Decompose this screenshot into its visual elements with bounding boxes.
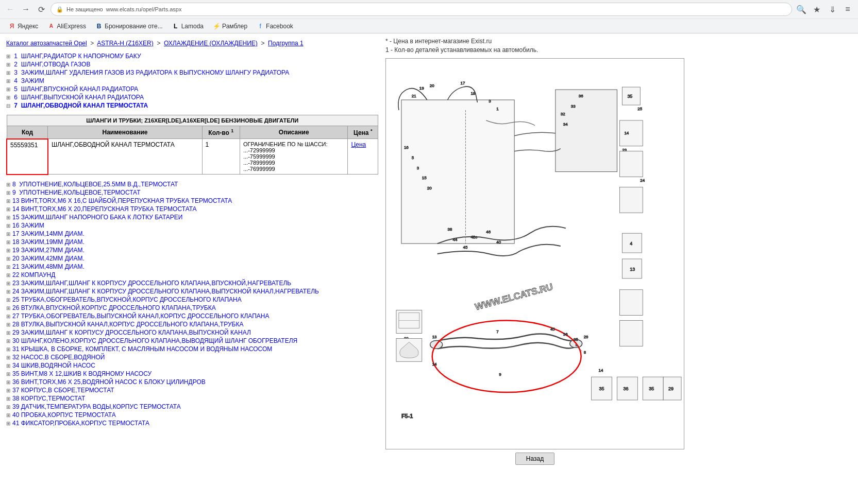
breadcrumb-parts[interactable]: Каталог автозапчастей Opel [6,40,87,47]
item-link[interactable]: 5 ШЛАНГ,ВПУСКНОЙ КАНАЛ РАДИАТОРА [14,85,138,93]
item-link[interactable]: 37 КОРПУС,В СБОРЕ,ТЕРМОСТАТ [12,387,114,394]
list-item: ⊞34 ШКИВ,ВОДЯНОЙ НАСОС [6,361,378,370]
item-link[interactable]: 23 ЗАЖИМ,ШЛАНГ,ШЛАНГ К КОРПУСУ ДРОССЕЛЬН… [12,280,291,287]
expand-icon[interactable]: ⊞ [6,289,12,294]
bookmark-rambler[interactable]: ⚡ Рамблер [209,22,251,31]
expand-icon[interactable]: ⊞ [6,371,12,377]
expand-icon[interactable]: ⊞ [6,322,12,327]
expand-icon[interactable]: ⊞ [6,281,12,286]
expand-icon[interactable]: ⊞ [6,272,12,278]
expand-icon[interactable]: ⊞ [6,95,12,100]
item-link[interactable]: 41 ФИКСАТОР,ПРОБКА,КОРПУС ТЕРМОСТАТА [12,420,149,427]
item-link[interactable]: 8 УПЛОТНЕНИЕ,КОЛЬЦЕВОЕ,25.5ММ В.Д.,ТЕРМО… [12,181,178,188]
bookmark-facebook[interactable]: f Facebook [253,22,297,31]
expand-icon[interactable]: ⊞ [6,86,12,92]
parts-list-above: ⊞ 1 ШЛАНГ,РАДИАТОР К НАПОРНОМУ БАКУ ⊞ 2 … [6,52,378,110]
expand-icon[interactable]: ⊞ [6,305,12,311]
item-link[interactable]: 27 ТРУБКА,ОБОГРЕВАТЕЛЬ,ВЫПУСКНОЙ КАНАЛ,К… [12,312,269,320]
expand-icon[interactable]: ⊞ [6,388,12,393]
expand-icon[interactable]: ⊞ [6,62,12,67]
item-link[interactable]: 40 ПРОБКА,КОРПУС ТЕРМОСТАТА [12,411,116,419]
back-button[interactable]: Назад [515,453,554,465]
expand-icon[interactable]: ⊞ [6,231,12,237]
list-item: ⊞17 ЗАЖИМ,14ММ ДИАМ. [6,230,378,238]
expand-icon[interactable]: ⊞ [6,314,12,319]
item-link[interactable]: 30 ШЛАНГ,КОЛЕНО,КОРПУС ДРОССЕЛЬНОГО КЛАП… [12,337,297,344]
breadcrumb-group[interactable]: ОХЛАЖДЕНИЕ (ОХЛАЖДЕНИЕ) [164,40,258,47]
item-link[interactable]: 21 ЗАЖИМ,48ММ ДИАМ. [12,263,85,270]
expand-icon[interactable]: ⊞ [6,78,12,84]
item-link[interactable]: 32 НАСОС,В СБОРЕ,ВОДЯНОЙ [12,354,105,361]
expand-icon[interactable]: ⊞ [6,412,12,418]
item-link[interactable]: 14 ВИНТ,TORX,M6 X 20,ПЕРЕПУСКНАЯ ТРУБКА … [12,205,197,213]
expand-icon[interactable]: ⊞ [6,182,12,187]
item-link[interactable]: 28 ВТУЛКА,ВЫПУСКНОЙ КАНАЛ,КОРПУС ДРОССЕЛ… [12,321,243,328]
bookmark-button[interactable]: ★ [811,3,823,15]
item-link[interactable]: 39 ДАТЧИК,ТЕМПЕРАТУРА ВОДЫ,КОРПУС ТЕРМОС… [12,403,181,410]
item-link[interactable]: 13 ВИНТ,TORX,M6 X 16,С ШАЙБОЙ,ПЕРЕПУСКНА… [12,197,232,204]
breadcrumb-model[interactable]: ASTRA-H (Z16XER) [97,40,153,47]
expand-icon[interactable]: ⊞ [6,355,12,360]
expand-icon[interactable]: ⊞ [6,297,12,303]
svg-text:1: 1 [496,107,499,111]
refresh-button[interactable]: ⟳ [35,3,47,15]
bookmark-booking[interactable]: B Бронирование оте... [91,22,167,31]
item-link[interactable]: 17 ЗАЖИМ,14ММ ДИАМ. [12,230,85,237]
expand-icon[interactable]: ⊞ [6,363,12,369]
expand-icon[interactable]: ⊞ [6,330,12,336]
expand-icon[interactable]: ⊞ [6,54,12,59]
item-link[interactable]: 18 ЗАЖИМ,19ММ ДИАМ. [12,238,85,246]
menu-button[interactable]: ≡ [842,3,854,15]
item-link[interactable]: 20 ЗАЖИМ,42ММ ДИАМ. [12,255,85,262]
download-button[interactable]: ⇓ [826,3,838,15]
item-link[interactable]: 26 ВТУЛКА,ВПУСКНОЙ,КОРПУС ДРОССЕЛЬНОГО К… [12,304,216,311]
expand-icon[interactable]: ⊞ [6,379,12,385]
expand-icon[interactable]: ⊞ [6,404,12,410]
bookmark-aliexpress[interactable]: A AliExpress [43,22,90,31]
expand-icon[interactable]: ⊞ [6,338,12,344]
expand-icon[interactable]: ⊞ [6,215,12,220]
item-link[interactable]: 16 ЗАЖИМ [12,222,44,229]
forward-button[interactable]: → [20,3,32,15]
item-link[interactable]: 24 ЗАЖИМ,ШЛАНГ,ШЛАНГ К КОРПУСУ ДРОССЕЛЬН… [12,288,319,295]
expand-icon[interactable]: ⊞ [6,223,12,229]
part-price[interactable]: Цена [348,139,378,175]
item-link[interactable]: 2 ШЛАНГ,ОТВОДА ГАЗОВ [14,61,90,68]
expand-icon[interactable]: ⊞ [6,264,12,270]
expand-icon[interactable]: ⊞ [6,256,12,262]
item-link[interactable]: 35 ВИНТ,M8 X 12,ШКИВ К ВОДЯНОМУ НАСОСУ [12,370,152,377]
item-link[interactable]: 15 ЗАЖИМ,ШЛАНГ НАПОРНОГО БАКА К ЛОТКУ БА… [12,214,182,221]
item-link[interactable]: 22 КОМПАУНД [12,271,55,279]
item-link[interactable]: 1 ШЛАНГ,РАДИАТОР К НАПОРНОМУ БАКУ [14,53,141,60]
address-bar[interactable]: 🔒 Не защищено www.elcats.ru/opel/Parts.a… [51,3,792,16]
item-link[interactable]: 6 ШЛАНГ,ВЫПУСКНОЙ КАНАЛ РАДИАТОРА [14,94,144,101]
expand-icon[interactable]: ⊞ [6,190,12,196]
expand-icon[interactable]: ⊞ [6,198,12,204]
bookmark-booking-label: Бронирование оте... [105,23,163,30]
expand-icon[interactable]: ⊞ [6,248,12,253]
item-link[interactable]: 25 ТРУБКА,ОБОГРЕВАТЕЛЬ,ВПУСКНОЙ,КОРПУС Д… [12,296,242,303]
item-link[interactable]: 31 КРЫШКА, В СБОРКЕ, КОМПЛЕКТ, С МАСЛЯНЫ… [12,345,272,353]
expand-icon[interactable]: ⊞ [6,421,12,426]
item-link[interactable]: 4 ЗАЖИМ [14,77,44,84]
item-link[interactable]: 38 КОРПУС,ТЕРМОСТАТ [12,395,85,402]
item-link[interactable]: 29 ЗАЖИМ,ШЛАНГ К КОРПУСУ ДРОССЕЛЬНОГО КЛ… [12,329,251,336]
bookmark-lamoda[interactable]: L Lamoda [168,22,208,31]
item-link[interactable]: 34 ШКИВ,ВОДЯНОЙ НАСОС [12,362,95,369]
item-link[interactable]: 19 ЗАЖИМ,27ММ ДИАМ. [12,247,85,254]
expand-icon[interactable]: ⊞ [6,346,12,352]
item-link-selected[interactable]: 7 ШЛАНГ,ОБВОДНОЙ КАНАЛ ТЕРМОСТАТА [14,102,148,109]
expand-icon[interactable]: ⊞ [6,206,12,212]
expand-icon[interactable]: ⊞ [6,70,12,76]
bookmark-yandex[interactable]: Я Яндекс [4,22,42,31]
expand-icon-collapse[interactable]: ⊟ [6,103,12,109]
expand-icon[interactable]: ⊞ [6,239,12,245]
item-link[interactable]: 36 ВИНТ,TORX,M6 X 25,ВОДЯНОЙ НАСОС К БЛО… [12,378,206,386]
item-link[interactable]: 3 ЗАЖИМ,ШЛАНГ УДАЛЕНИЯ ГАЗОВ ИЗ РАДИАТОР… [14,69,289,76]
expand-icon[interactable]: ⊞ [6,396,12,402]
search-button[interactable]: 🔍 [795,3,807,15]
part-code[interactable]: 55559351 [7,139,48,175]
back-button[interactable]: ← [4,3,16,15]
item-link[interactable]: 9 УПЛОТНЕНИЕ,КОЛЬЦЕВОЕ,ТЕРМОСТАТ [12,189,141,196]
col-header-name: Наименование [48,126,202,139]
